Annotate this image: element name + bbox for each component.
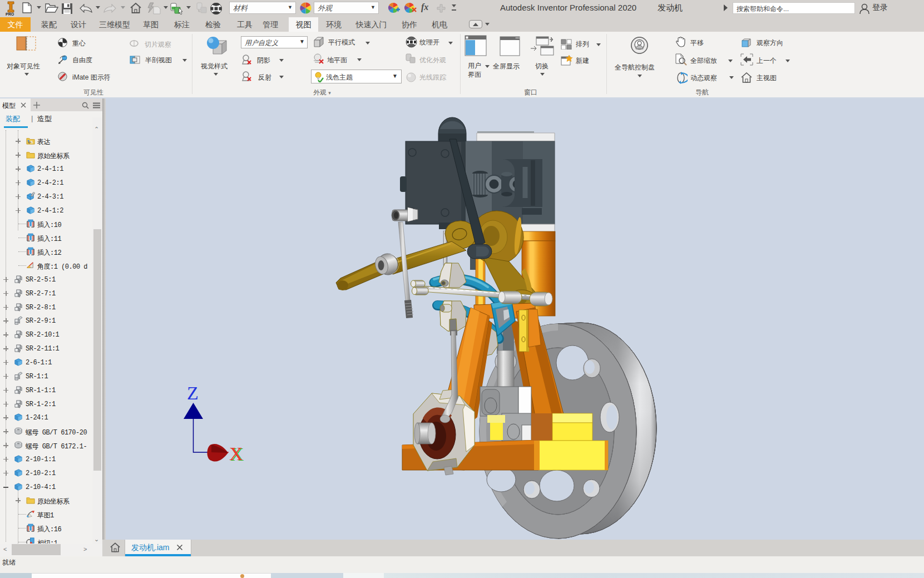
svg-text:X: X [229, 443, 243, 464]
svg-text:Z: Z [187, 383, 199, 403]
svg-text:PRO: PRO [6, 12, 14, 16]
